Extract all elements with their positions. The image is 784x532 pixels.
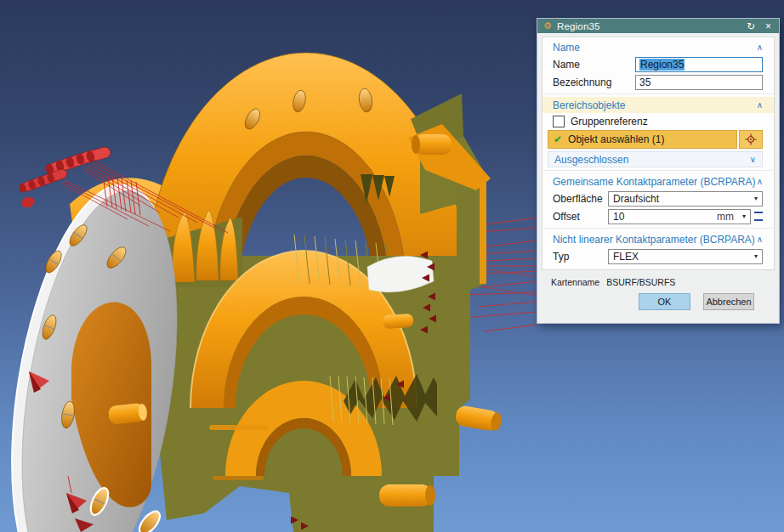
oberflaeche-row: Oberfläche Draufsicht ▾: [543, 190, 774, 207]
object-select-row[interactable]: ✔ Objekt auswählen (1): [548, 130, 737, 149]
dropdown-arrow-icon[interactable]: ▾: [742, 212, 746, 220]
group-header-gemeinsam-label: Gemeinsame Kontaktparameter (BCRPARA): [553, 176, 756, 188]
chevron-up-icon: ∧: [757, 42, 763, 52]
dropdown-arrow-icon: ▾: [754, 195, 758, 202]
name-input[interactable]: Region35: [635, 57, 763, 72]
offset-row: Offset 10 mm ▾: [543, 207, 774, 225]
separator: [543, 170, 773, 171]
region-dialog: ⚙ Region35 ↻ × Name ∧ Name Region35 Beze…: [537, 18, 780, 324]
gruppenreferenz-checkbox[interactable]: [553, 116, 565, 127]
dialog-titlebar[interactable]: ⚙ Region35 ↻ ×: [537, 19, 779, 33]
bezeichnung-input[interactable]: 35: [635, 75, 763, 90]
chevron-up-icon: ∧: [757, 235, 763, 244]
kartenname-label: Kartenname: [551, 277, 599, 287]
application-window: ⚙ Region35 ↻ × Name ∧ Name Region35 Beze…: [0, 0, 784, 532]
offset-value: 10: [613, 211, 624, 223]
offset-label: Offset: [553, 211, 608, 223]
chevron-down-icon: ∨: [750, 155, 756, 164]
gear-icon: ⚙: [543, 21, 552, 31]
group-header-bereichsobjekte-label: Bereichsobjekte: [553, 99, 625, 111]
chevron-up-icon: ∧: [757, 100, 763, 110]
dialog-body: Name ∧ Name Region35 Bezeichnung 35: [537, 33, 779, 310]
close-icon[interactable]: ×: [763, 21, 774, 31]
separator: [543, 228, 773, 229]
oberflaeche-value: Draufsicht: [613, 193, 659, 205]
kartenname-value: BSURF/BSURFS: [606, 277, 675, 287]
object-select-wrap: ✔ Objekt auswählen (1): [543, 130, 774, 149]
bezeichnung-label: Bezeichnung: [553, 76, 635, 88]
formula-equals-icon[interactable]: [754, 212, 763, 221]
typ-dropdown[interactable]: FLEX ▾: [608, 249, 763, 264]
ok-button[interactable]: OK: [639, 293, 690, 310]
reset-icon[interactable]: ↻: [744, 21, 758, 31]
oberflaeche-dropdown[interactable]: Draufsicht ▾: [608, 191, 763, 207]
separator: [543, 93, 773, 94]
gruppenreferenz-row: Gruppenreferenz: [543, 113, 774, 129]
chevron-up-icon: ∧: [757, 177, 763, 186]
group-header-nichtlinear[interactable]: Nicht linearer Kontaktparameter (BCRPARA…: [543, 231, 774, 247]
kartenname-row: Kartenname BSURF/BSURFS: [542, 270, 775, 291]
group-header-gemeinsam[interactable]: Gemeinsame Kontaktparameter (BCRPARA) ∧: [543, 173, 774, 190]
object-select-label: Objekt auswählen (1): [568, 133, 664, 145]
group-header-bereichsobjekte[interactable]: Bereichsobjekte ∧: [543, 97, 774, 113]
name-label: Name: [553, 59, 635, 71]
ausgeschlossen-row[interactable]: Ausgeschlossen ∨: [548, 151, 763, 167]
oberflaeche-label: Oberfläche: [553, 193, 608, 205]
crosshair-icon: [745, 133, 757, 145]
column-right-rim: [480, 180, 486, 284]
typ-label: Typ: [553, 251, 608, 263]
button-row: OK Abbrechen: [542, 291, 775, 310]
dialog-title: Region35: [557, 21, 739, 31]
bezeichnung-value: 35: [639, 76, 650, 88]
group-header-name-label: Name: [553, 42, 580, 54]
name-row: Name Region35: [543, 55, 774, 73]
bezeichnung-row: Bezeichnung 35: [543, 73, 774, 91]
ausgeschlossen-label: Ausgeschlossen: [554, 154, 628, 166]
name-input-selected-text: Region35: [639, 59, 685, 71]
group-header-nichtlinear-label: Nicht linearer Kontaktparameter (BCRPARA…: [553, 234, 755, 246]
typ-value: FLEX: [613, 251, 639, 263]
check-icon: ✔: [554, 133, 562, 145]
dropdown-arrow-icon: ▾: [754, 252, 758, 260]
cancel-button[interactable]: Abbrechen: [703, 293, 754, 310]
group-header-name[interactable]: Name ∧: [543, 39, 774, 55]
object-crosshair-button[interactable]: [739, 130, 763, 149]
offset-unit: mm: [717, 211, 734, 223]
dialog-panel: Name ∧ Name Region35 Bezeichnung 35: [542, 37, 775, 270]
offset-input[interactable]: 10 mm ▾: [608, 209, 751, 224]
typ-row: Typ FLEX ▾: [543, 247, 774, 265]
gruppenreferenz-label: Gruppenreferenz: [571, 116, 648, 127]
